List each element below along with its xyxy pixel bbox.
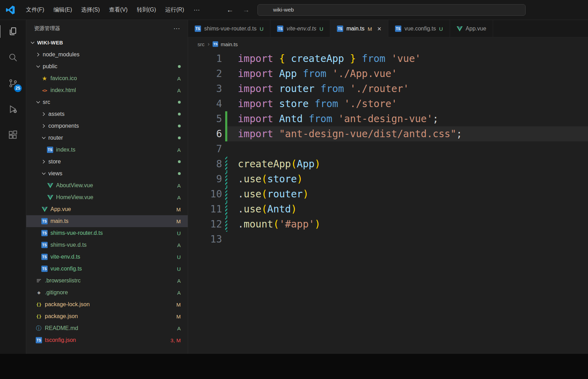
tab-main-ts[interactable]: TSmain.tsM× <box>330 20 388 37</box>
tree-item-favicon-ico[interactable]: ★favicon.icoA <box>26 72 188 84</box>
menu-s[interactable]: 选择(S) <box>77 0 104 20</box>
git-status-badge: A <box>177 183 181 189</box>
code-line-content: .use(Antd) <box>227 202 588 217</box>
tree-item-store[interactable]: store <box>26 156 188 168</box>
git-status-badge: M <box>177 206 181 212</box>
code-line-content: import { createApp } from 'vue' <box>227 51 588 66</box>
tree-item-router[interactable]: router <box>26 132 188 144</box>
code-line-content: import "ant-design-vue/dist/antd.css"; <box>227 126 588 141</box>
line-number[interactable]: 8 <box>188 156 222 171</box>
menu-g[interactable]: 转到(G) <box>132 0 160 20</box>
tree-item-public[interactable]: public <box>26 61 188 72</box>
tree-item-browserslistrc[interactable]: .browserslistrcA <box>26 275 188 287</box>
tab-vue-config-ts[interactable]: TSvue.config.tsU <box>388 20 450 37</box>
command-center-search[interactable]: wiki-web <box>257 4 526 16</box>
tree-item-main-ts[interactable]: TSmain.tsM <box>26 215 188 227</box>
tree-item-index-ts[interactable]: TSindex.tsA <box>26 144 188 156</box>
ts-icon: TS <box>337 26 343 32</box>
tree-item-vite-env-d-ts[interactable]: TSvite-env.d.tsU <box>26 251 188 263</box>
code-line-content: import router from './router' <box>227 81 588 96</box>
code-line-12: 12.mount('#app') <box>188 217 588 232</box>
tree-item-assets[interactable]: assets <box>26 108 188 120</box>
tree-item-label: src <box>43 99 50 105</box>
activity-search-button[interactable] <box>5 49 21 66</box>
code-line-8: 8createApp(App) <box>188 156 588 171</box>
line-number[interactable]: 7 <box>188 141 222 156</box>
menu-v[interactable]: 查看(V) <box>104 0 132 20</box>
line-number[interactable]: 1 <box>188 51 222 66</box>
chevron-right-icon <box>41 111 48 117</box>
tab-shims-vue-router-d-ts[interactable]: TSshims-vue-router.d.tsU <box>188 20 270 37</box>
tab-label: vite-env.d.ts <box>286 26 316 32</box>
git-status-badge: A <box>177 147 181 153</box>
breadcrumb-file[interactable]: main.ts <box>221 41 237 47</box>
code-line-11: 11.use(Antd) <box>188 202 588 217</box>
tree-item-readme-md[interactable]: ⓘREADME.mdA <box>26 322 188 334</box>
tree-item-label: package.json <box>45 313 78 320</box>
tree-item-views[interactable]: views <box>26 168 188 180</box>
line-number[interactable]: 2 <box>188 66 222 81</box>
tree-item-shims-vue-router-d-ts[interactable]: TSshims-vue-router.d.tsU <box>26 227 188 239</box>
code-line-content: import App from './App.vue' <box>227 66 588 81</box>
ts-icon: TS <box>41 242 48 248</box>
tab-label: vue.config.ts <box>404 26 436 32</box>
git-status-badge: M <box>177 302 181 308</box>
line-number[interactable]: 12 <box>188 217 222 232</box>
tree-item-wiki-web[interactable]: WIKI-WEB <box>26 37 188 49</box>
sidebar-more-button[interactable]: ··· <box>173 24 180 32</box>
explorer-sidebar: 资源管理器 ··· WIKI-WEBnode_modulespublic★fav… <box>26 20 188 354</box>
tree-item-shims-vue-d-ts[interactable]: TSshims-vue.d.tsA <box>26 239 188 251</box>
line-number[interactable]: 5 <box>188 111 222 126</box>
activity-extensions-button[interactable] <box>5 127 21 143</box>
menu-f[interactable]: 文件(F) <box>21 0 49 20</box>
code-line-5: 5import Antd from 'ant-design-vue'; <box>188 111 588 126</box>
code-editor[interactable]: 1import { createApp } from 'vue'2import … <box>188 51 588 354</box>
tree-item-package-json[interactable]: {}package.jsonM <box>26 310 188 322</box>
menu-e[interactable]: 编辑(E) <box>49 0 76 20</box>
menu-r[interactable]: 运行(R) <box>161 0 189 20</box>
tree-item-homeview-vue[interactable]: HomeView.vueA <box>26 191 188 203</box>
activity-run-debug-button[interactable] <box>5 101 21 118</box>
menu-more-button[interactable]: ··· <box>190 6 203 14</box>
activity-source-control-button[interactable]: 25 <box>5 75 21 92</box>
tab-vite-env-d-ts[interactable]: TSvite-env.d.tsU <box>270 20 330 37</box>
nav-forward-button[interactable]: → <box>243 6 250 14</box>
tree-item-node-modules[interactable]: node_modules <box>26 49 188 61</box>
breadcrumb-folder[interactable]: src <box>198 41 205 47</box>
tree-item-src[interactable]: src <box>26 96 188 108</box>
git-status-badge: A <box>177 242 181 248</box>
tab-app-vue[interactable]: App.vue <box>450 20 493 37</box>
line-number[interactable]: 11 <box>188 202 222 217</box>
activity-explorer-button[interactable] <box>5 23 21 40</box>
search-value: wiki-web <box>273 7 294 13</box>
code-line-9: 9.use(store) <box>188 171 588 187</box>
tree-item-tsconfig-json[interactable]: TStsconfig.json3, M <box>26 334 188 346</box>
html-icon: <> <box>41 88 48 93</box>
line-number[interactable]: 6 <box>188 126 222 141</box>
tree-item-label: README.md <box>45 325 78 331</box>
code-line-content: .use(store) <box>227 171 588 187</box>
line-number[interactable]: 4 <box>188 96 222 111</box>
tree-item-index-html[interactable]: <>index.htmlA <box>26 84 188 96</box>
tree-item-vue-config-ts[interactable]: TSvue.config.tsU <box>26 263 188 275</box>
code-line-content <box>227 232 588 247</box>
tree-item-gitignore[interactable]: ◆.gitignoreA <box>26 287 188 299</box>
close-icon[interactable]: × <box>377 25 381 32</box>
tree-item-aboutview-vue[interactable]: AboutView.vueA <box>26 180 188 191</box>
git-status-badge: A <box>177 278 181 284</box>
breadcrumb: src › TS main.ts <box>188 37 588 51</box>
chevron-down-icon <box>35 64 43 69</box>
title-bar: 文件(F)编辑(E)选择(S)查看(V)转到(G)运行(R) ··· ← → w… <box>0 0 588 20</box>
nav-back-button[interactable]: ← <box>227 6 234 14</box>
ts-icon: TS <box>35 337 42 343</box>
line-number[interactable]: 9 <box>188 171 222 187</box>
ts-icon: TS <box>41 266 48 272</box>
tree-item-components[interactable]: components <box>26 120 188 132</box>
tree-item-package-lock-json[interactable]: {}package-lock.jsonM <box>26 299 188 310</box>
code-line-13: 13 <box>188 232 588 247</box>
line-number[interactable]: 3 <box>188 81 222 96</box>
line-number[interactable]: 13 <box>188 232 222 247</box>
tab-label: shims-vue-router.d.ts <box>204 26 256 32</box>
tree-item-app-vue[interactable]: App.vueM <box>26 203 188 215</box>
line-number[interactable]: 10 <box>188 187 222 202</box>
